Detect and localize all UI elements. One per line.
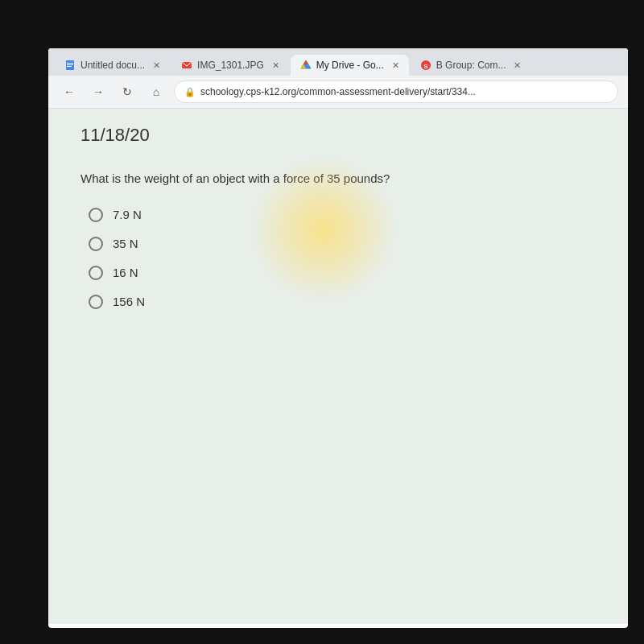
address-bar[interactable]: 🔒 schoology.cps-k12.org/common-assessmen… [174, 80, 618, 103]
gmail-icon [181, 60, 192, 71]
tab-img[interactable]: IMG_1301.JPG ✕ [171, 55, 289, 76]
radio-a[interactable] [89, 208, 103, 222]
url-text: schoology.cps-k12.org/common-assessment-… [200, 86, 476, 97]
tab-bgroup[interactable]: S B Group: Com... ✕ [411, 55, 531, 76]
date-heading: 11/18/20 [80, 125, 596, 146]
forward-button[interactable]: → [87, 80, 109, 103]
svg-rect-3 [67, 66, 72, 67]
tab-bgroup-close[interactable]: ✕ [514, 60, 521, 71]
option-b-label: 35 N [113, 237, 138, 250]
lock-icon: 🔒 [184, 87, 196, 97]
tab-drive-close[interactable]: ✕ [392, 60, 399, 71]
radio-d[interactable] [89, 295, 103, 309]
option-d-label: 156 N [113, 295, 145, 308]
browser-window: Untitled docu... ✕ IMG_1301.JPG ✕ [48, 48, 628, 628]
tab-doc[interactable]: Untitled docu... ✕ [55, 55, 170, 76]
question-text: What is the weight of an object with a f… [80, 170, 596, 188]
tab-img-close[interactable]: ✕ [272, 60, 279, 71]
tab-bar: Untitled docu... ✕ IMG_1301.JPG ✕ [48, 48, 628, 76]
page-content: 11/18/20 What is the weight of an object… [48, 109, 628, 624]
refresh-button[interactable]: ↻ [116, 80, 138, 103]
option-a[interactable]: 7.9 N [89, 208, 596, 222]
option-a-label: 7.9 N [113, 208, 142, 221]
option-c-label: 16 N [113, 266, 138, 279]
svg-text:S: S [423, 63, 428, 70]
tab-img-label: IMG_1301.JPG [197, 60, 264, 71]
tab-doc-label: Untitled docu... [80, 60, 145, 71]
radio-b[interactable] [89, 237, 103, 251]
back-button[interactable]: ← [58, 80, 80, 103]
browser-chrome: Untitled docu... ✕ IMG_1301.JPG ✕ [48, 48, 628, 109]
svg-marker-8 [303, 60, 308, 64]
tab-bgroup-label: B Group: Com... [436, 60, 506, 71]
tab-drive[interactable]: My Drive - Go... ✕ [291, 55, 409, 76]
radio-c[interactable] [89, 266, 103, 280]
drive-icon [300, 60, 312, 71]
nav-bar: ← → ↻ ⌂ 🔒 schoology.cps-k12.org/common-a… [48, 76, 628, 108]
option-b[interactable]: 35 N [89, 237, 596, 251]
tab-doc-close[interactable]: ✕ [153, 60, 160, 71]
doc-icon [64, 60, 76, 71]
svg-rect-1 [67, 63, 73, 64]
home-button[interactable]: ⌂ [145, 80, 167, 103]
tab-drive-label: My Drive - Go... [316, 60, 384, 71]
option-d[interactable]: 156 N [89, 295, 596, 309]
svg-rect-2 [67, 64, 73, 65]
options-list: 7.9 N 35 N 16 N 156 N [89, 208, 596, 309]
schoology-icon: S [420, 60, 431, 71]
option-c[interactable]: 16 N [89, 266, 596, 280]
